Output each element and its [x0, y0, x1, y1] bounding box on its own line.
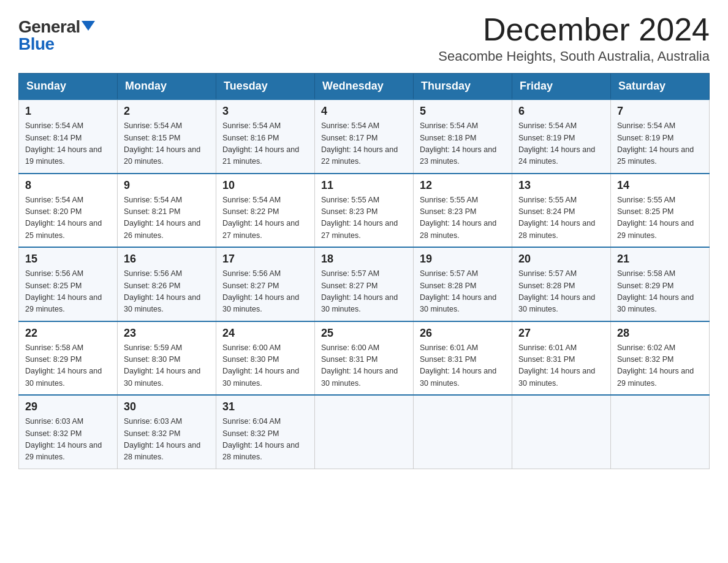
calendar-cell: 17Sunrise: 5:56 AMSunset: 8:27 PMDayligh…: [216, 247, 315, 321]
calendar-cell: 26Sunrise: 6:01 AMSunset: 8:31 PMDayligh…: [414, 321, 512, 396]
calendar-cell: [611, 395, 710, 469]
week-row-4: 22Sunrise: 5:58 AMSunset: 8:29 PMDayligh…: [19, 321, 710, 396]
calendar-cell: 24Sunrise: 6:00 AMSunset: 8:30 PMDayligh…: [216, 321, 315, 396]
header-friday: Friday: [512, 74, 611, 100]
day-number: 17: [222, 253, 308, 266]
calendar-cell: 14Sunrise: 5:55 AMSunset: 8:25 PMDayligh…: [611, 174, 710, 248]
calendar-cell: 15Sunrise: 5:56 AMSunset: 8:25 PMDayligh…: [19, 247, 118, 321]
day-info: Sunrise: 5:56 AMSunset: 8:26 PMDaylight:…: [124, 268, 210, 316]
day-number: 27: [518, 327, 604, 340]
day-info: Sunrise: 5:57 AMSunset: 8:27 PMDaylight:…: [321, 268, 407, 316]
calendar-cell: 6Sunrise: 5:54 AMSunset: 8:19 PMDaylight…: [512, 99, 611, 174]
day-number: 3: [222, 105, 308, 118]
day-number: 21: [617, 253, 703, 266]
calendar-cell: 7Sunrise: 5:54 AMSunset: 8:19 PMDaylight…: [611, 99, 710, 174]
day-number: 7: [617, 105, 703, 118]
day-info: Sunrise: 5:56 AMSunset: 8:25 PMDaylight:…: [25, 268, 111, 316]
location-title: Seacombe Heights, South Australia, Austr…: [438, 48, 710, 64]
day-number: 2: [124, 105, 210, 118]
header-wednesday: Wednesday: [315, 74, 414, 100]
title-block: December 2024 Seacombe Heights, South Au…: [438, 12, 710, 64]
calendar-cell: 30Sunrise: 6:03 AMSunset: 8:32 PMDayligh…: [118, 395, 216, 469]
day-info: Sunrise: 6:01 AMSunset: 8:31 PMDaylight:…: [518, 342, 604, 390]
month-title: December 2024: [438, 12, 710, 47]
day-info: Sunrise: 5:54 AMSunset: 8:20 PMDaylight:…: [25, 194, 111, 242]
logo-blue: Blue: [18, 34, 55, 53]
header-row: SundayMondayTuesdayWednesdayThursdayFrid…: [19, 74, 710, 100]
calendar-cell: 21Sunrise: 5:58 AMSunset: 8:29 PMDayligh…: [611, 247, 710, 321]
day-info: Sunrise: 6:02 AMSunset: 8:32 PMDaylight:…: [617, 342, 703, 390]
day-info: Sunrise: 6:03 AMSunset: 8:32 PMDaylight:…: [124, 416, 210, 464]
day-info: Sunrise: 6:01 AMSunset: 8:31 PMDaylight:…: [420, 342, 506, 390]
day-info: Sunrise: 5:57 AMSunset: 8:28 PMDaylight:…: [420, 268, 506, 316]
page-header: General Blue December 2024 Seacombe Heig…: [18, 12, 710, 64]
day-number: 28: [617, 327, 703, 340]
day-number: 31: [222, 400, 308, 413]
day-info: Sunrise: 5:54 AMSunset: 8:16 PMDaylight:…: [222, 120, 308, 168]
calendar-cell: 23Sunrise: 5:59 AMSunset: 8:30 PMDayligh…: [118, 321, 216, 396]
day-number: 18: [321, 253, 407, 266]
day-number: 9: [124, 179, 210, 192]
day-info: Sunrise: 5:54 AMSunset: 8:17 PMDaylight:…: [321, 120, 407, 168]
header-monday: Monday: [118, 74, 216, 100]
day-number: 13: [518, 179, 604, 192]
day-number: 12: [420, 179, 506, 192]
day-info: Sunrise: 5:55 AMSunset: 8:23 PMDaylight:…: [321, 194, 407, 242]
calendar-table: SundayMondayTuesdayWednesdayThursdayFrid…: [18, 73, 710, 469]
day-info: Sunrise: 6:03 AMSunset: 8:32 PMDaylight:…: [25, 416, 111, 464]
day-info: Sunrise: 5:58 AMSunset: 8:29 PMDaylight:…: [617, 268, 703, 316]
calendar-cell: 11Sunrise: 5:55 AMSunset: 8:23 PMDayligh…: [315, 174, 414, 248]
day-info: Sunrise: 5:54 AMSunset: 8:21 PMDaylight:…: [124, 194, 210, 242]
day-info: Sunrise: 6:00 AMSunset: 8:30 PMDaylight:…: [222, 342, 308, 390]
day-info: Sunrise: 5:54 AMSunset: 8:19 PMDaylight:…: [617, 120, 703, 168]
day-number: 19: [420, 253, 506, 266]
calendar-cell: 1Sunrise: 5:54 AMSunset: 8:14 PMDaylight…: [19, 99, 118, 174]
day-info: Sunrise: 5:55 AMSunset: 8:23 PMDaylight:…: [420, 194, 506, 242]
calendar-cell: 27Sunrise: 6:01 AMSunset: 8:31 PMDayligh…: [512, 321, 611, 396]
day-info: Sunrise: 5:54 AMSunset: 8:14 PMDaylight:…: [25, 120, 111, 168]
day-info: Sunrise: 5:54 AMSunset: 8:15 PMDaylight:…: [124, 120, 210, 168]
day-info: Sunrise: 5:54 AMSunset: 8:22 PMDaylight:…: [222, 194, 308, 242]
day-info: Sunrise: 5:56 AMSunset: 8:27 PMDaylight:…: [222, 268, 308, 316]
calendar-cell: 9Sunrise: 5:54 AMSunset: 8:21 PMDaylight…: [118, 174, 216, 248]
day-info: Sunrise: 5:55 AMSunset: 8:25 PMDaylight:…: [617, 194, 703, 242]
day-number: 4: [321, 105, 407, 118]
day-info: Sunrise: 5:55 AMSunset: 8:24 PMDaylight:…: [518, 194, 604, 242]
day-number: 10: [222, 179, 308, 192]
day-number: 6: [518, 105, 604, 118]
day-number: 22: [25, 327, 111, 340]
day-number: 11: [321, 179, 407, 192]
header-thursday: Thursday: [414, 74, 512, 100]
calendar-cell: 4Sunrise: 5:54 AMSunset: 8:17 PMDaylight…: [315, 99, 414, 174]
day-info: Sunrise: 5:54 AMSunset: 8:19 PMDaylight:…: [518, 120, 604, 168]
day-info: Sunrise: 5:54 AMSunset: 8:18 PMDaylight:…: [420, 120, 506, 168]
calendar-cell: 22Sunrise: 5:58 AMSunset: 8:29 PMDayligh…: [19, 321, 118, 396]
day-number: 30: [124, 400, 210, 413]
calendar-cell: 2Sunrise: 5:54 AMSunset: 8:15 PMDaylight…: [118, 99, 216, 174]
svg-marker-0: [82, 21, 95, 31]
calendar-cell: 10Sunrise: 5:54 AMSunset: 8:22 PMDayligh…: [216, 174, 315, 248]
day-number: 20: [518, 253, 604, 266]
day-number: 8: [25, 179, 111, 192]
calendar-cell: 13Sunrise: 5:55 AMSunset: 8:24 PMDayligh…: [512, 174, 611, 248]
week-row-3: 15Sunrise: 5:56 AMSunset: 8:25 PMDayligh…: [19, 247, 710, 321]
day-number: 5: [420, 105, 506, 118]
calendar-cell: 19Sunrise: 5:57 AMSunset: 8:28 PMDayligh…: [414, 247, 512, 321]
logo-general: General: [18, 18, 80, 36]
calendar-cell: 20Sunrise: 5:57 AMSunset: 8:28 PMDayligh…: [512, 247, 611, 321]
calendar-cell: 29Sunrise: 6:03 AMSunset: 8:32 PMDayligh…: [19, 395, 118, 469]
day-number: 1: [25, 105, 111, 118]
calendar-cell: 16Sunrise: 5:56 AMSunset: 8:26 PMDayligh…: [118, 247, 216, 321]
week-row-1: 1Sunrise: 5:54 AMSunset: 8:14 PMDaylight…: [19, 99, 710, 174]
day-info: Sunrise: 6:00 AMSunset: 8:31 PMDaylight:…: [321, 342, 407, 390]
day-number: 23: [124, 327, 210, 340]
calendar-cell: 25Sunrise: 6:00 AMSunset: 8:31 PMDayligh…: [315, 321, 414, 396]
day-number: 25: [321, 327, 407, 340]
calendar-cell: 8Sunrise: 5:54 AMSunset: 8:20 PMDaylight…: [19, 174, 118, 248]
calendar-cell: 31Sunrise: 6:04 AMSunset: 8:32 PMDayligh…: [216, 395, 315, 469]
day-info: Sunrise: 5:57 AMSunset: 8:28 PMDaylight:…: [518, 268, 604, 316]
calendar-cell: [414, 395, 512, 469]
day-number: 14: [617, 179, 703, 192]
calendar-cell: [315, 395, 414, 469]
calendar-cell: 5Sunrise: 5:54 AMSunset: 8:18 PMDaylight…: [414, 99, 512, 174]
